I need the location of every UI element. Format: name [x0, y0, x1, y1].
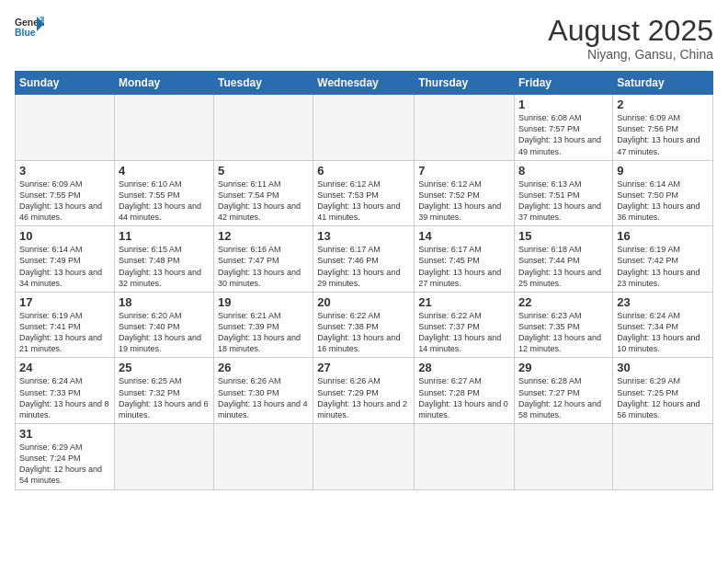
day-info: Sunrise: 6:10 AM Sunset: 7:55 PM Dayligh…: [119, 178, 210, 224]
day-info: Sunrise: 6:29 AM Sunset: 7:24 PM Dayligh…: [19, 442, 110, 487]
calendar-cell: 20Sunrise: 6:22 AM Sunset: 7:38 PM Dayli…: [313, 292, 415, 358]
calendar-cell: 14Sunrise: 6:17 AM Sunset: 7:45 PM Dayli…: [415, 226, 515, 293]
day-number: 12: [218, 229, 309, 243]
day-number: 28: [418, 361, 510, 374]
day-number: 30: [617, 361, 709, 374]
day-number: 1: [518, 98, 609, 111]
col-tuesday: Tuesday: [214, 72, 313, 95]
calendar-cell: 10Sunrise: 6:14 AM Sunset: 7:49 PM Dayli…: [16, 226, 115, 293]
day-info: Sunrise: 6:26 AM Sunset: 7:30 PM Dayligh…: [218, 375, 309, 420]
day-info: Sunrise: 6:22 AM Sunset: 7:38 PM Dayligh…: [317, 310, 410, 355]
day-number: 16: [617, 229, 709, 243]
day-info: Sunrise: 6:14 AM Sunset: 7:49 PM Dayligh…: [19, 244, 110, 289]
location: Niyang, Gansu, China: [548, 47, 713, 62]
day-info: Sunrise: 6:14 AM Sunset: 7:50 PM Dayligh…: [617, 178, 709, 224]
page: General Blue August 2025 Niyang, Gansu, …: [0, 0, 728, 563]
day-info: Sunrise: 6:22 AM Sunset: 7:37 PM Dayligh…: [418, 310, 510, 355]
svg-text:Blue: Blue: [15, 28, 36, 38]
calendar-cell: 19Sunrise: 6:21 AM Sunset: 7:39 PM Dayli…: [214, 292, 313, 358]
day-number: 20: [317, 295, 410, 309]
calendar-cell: 4Sunrise: 6:10 AM Sunset: 7:55 PM Daylig…: [114, 160, 213, 226]
calendar-cell: 30Sunrise: 6:29 AM Sunset: 7:25 PM Dayli…: [613, 358, 713, 424]
day-number: 14: [418, 229, 510, 243]
day-number: 15: [518, 229, 609, 243]
day-number: 21: [418, 295, 510, 309]
day-info: Sunrise: 6:21 AM Sunset: 7:39 PM Dayligh…: [218, 310, 309, 355]
day-number: 29: [518, 361, 609, 374]
day-info: Sunrise: 6:27 AM Sunset: 7:28 PM Dayligh…: [418, 375, 510, 420]
title-block: August 2025 Niyang, Gansu, China: [548, 15, 713, 62]
day-info: Sunrise: 6:12 AM Sunset: 7:53 PM Dayligh…: [317, 178, 410, 224]
day-number: 7: [418, 164, 510, 178]
calendar-cell: [313, 424, 415, 490]
calendar: Sunday Monday Tuesday Wednesday Thursday…: [15, 71, 713, 489]
day-number: 24: [19, 361, 110, 374]
calendar-cell: 6Sunrise: 6:12 AM Sunset: 7:53 PM Daylig…: [313, 160, 415, 226]
day-info: Sunrise: 6:29 AM Sunset: 7:25 PM Dayligh…: [617, 375, 709, 420]
calendar-header-row: Sunday Monday Tuesday Wednesday Thursday…: [16, 72, 713, 95]
month-year: August 2025: [548, 15, 713, 47]
day-info: Sunrise: 6:24 AM Sunset: 7:34 PM Dayligh…: [617, 310, 709, 355]
day-number: 13: [317, 229, 410, 243]
day-number: 11: [119, 229, 210, 243]
day-number: 5: [218, 164, 309, 178]
calendar-cell: [415, 95, 515, 161]
generalblue-logo-icon: General Blue: [15, 15, 44, 40]
day-info: Sunrise: 6:24 AM Sunset: 7:33 PM Dayligh…: [19, 375, 110, 420]
calendar-cell: 24Sunrise: 6:24 AM Sunset: 7:33 PM Dayli…: [16, 358, 115, 424]
calendar-cell: 29Sunrise: 6:28 AM Sunset: 7:27 PM Dayli…: [515, 358, 613, 424]
calendar-cell: 13Sunrise: 6:17 AM Sunset: 7:46 PM Dayli…: [313, 226, 415, 293]
calendar-cell: [214, 424, 313, 490]
day-number: 17: [19, 295, 110, 309]
day-info: Sunrise: 6:28 AM Sunset: 7:27 PM Dayligh…: [518, 375, 609, 420]
day-number: 4: [119, 164, 210, 178]
day-info: Sunrise: 6:15 AM Sunset: 7:48 PM Dayligh…: [119, 244, 210, 289]
day-number: 10: [19, 229, 110, 243]
calendar-cell: 16Sunrise: 6:19 AM Sunset: 7:42 PM Dayli…: [613, 226, 713, 293]
calendar-cell: 9Sunrise: 6:14 AM Sunset: 7:50 PM Daylig…: [613, 160, 713, 226]
day-info: Sunrise: 6:13 AM Sunset: 7:51 PM Dayligh…: [518, 178, 609, 224]
day-info: Sunrise: 6:09 AM Sunset: 7:55 PM Dayligh…: [19, 178, 110, 224]
calendar-cell: 27Sunrise: 6:26 AM Sunset: 7:29 PM Dayli…: [313, 358, 415, 424]
day-info: Sunrise: 6:19 AM Sunset: 7:41 PM Dayligh…: [19, 310, 110, 355]
col-sunday: Sunday: [16, 72, 115, 95]
calendar-cell: [114, 424, 213, 490]
calendar-cell: [415, 424, 515, 490]
calendar-cell: 3Sunrise: 6:09 AM Sunset: 7:55 PM Daylig…: [16, 160, 115, 226]
day-info: Sunrise: 6:25 AM Sunset: 7:32 PM Dayligh…: [119, 375, 210, 420]
day-info: Sunrise: 6:11 AM Sunset: 7:54 PM Dayligh…: [218, 178, 309, 224]
calendar-cell: [515, 424, 613, 490]
day-number: 9: [617, 164, 709, 178]
day-info: Sunrise: 6:23 AM Sunset: 7:35 PM Dayligh…: [518, 310, 609, 355]
day-number: 6: [317, 164, 410, 178]
day-info: Sunrise: 6:08 AM Sunset: 7:57 PM Dayligh…: [518, 112, 609, 157]
day-number: 31: [19, 427, 110, 441]
calendar-cell: 11Sunrise: 6:15 AM Sunset: 7:48 PM Dayli…: [114, 226, 213, 293]
col-friday: Friday: [515, 72, 613, 95]
calendar-cell: [114, 95, 213, 161]
calendar-cell: 22Sunrise: 6:23 AM Sunset: 7:35 PM Dayli…: [515, 292, 613, 358]
logo: General Blue: [15, 15, 44, 40]
day-number: 3: [19, 164, 110, 178]
day-info: Sunrise: 6:16 AM Sunset: 7:47 PM Dayligh…: [218, 244, 309, 289]
calendar-cell: 7Sunrise: 6:12 AM Sunset: 7:52 PM Daylig…: [415, 160, 515, 226]
col-wednesday: Wednesday: [313, 72, 415, 95]
calendar-cell: 25Sunrise: 6:25 AM Sunset: 7:32 PM Dayli…: [114, 358, 213, 424]
day-number: 26: [218, 361, 309, 374]
calendar-cell: [613, 424, 713, 490]
calendar-cell: [214, 95, 313, 161]
calendar-cell: 17Sunrise: 6:19 AM Sunset: 7:41 PM Dayli…: [16, 292, 115, 358]
day-info: Sunrise: 6:20 AM Sunset: 7:40 PM Dayligh…: [119, 310, 210, 355]
calendar-cell: 1Sunrise: 6:08 AM Sunset: 7:57 PM Daylig…: [515, 95, 613, 161]
calendar-cell: 12Sunrise: 6:16 AM Sunset: 7:47 PM Dayli…: [214, 226, 313, 293]
calendar-cell: 15Sunrise: 6:18 AM Sunset: 7:44 PM Dayli…: [515, 226, 613, 293]
calendar-cell: 18Sunrise: 6:20 AM Sunset: 7:40 PM Dayli…: [114, 292, 213, 358]
calendar-cell: 2Sunrise: 6:09 AM Sunset: 7:56 PM Daylig…: [613, 95, 713, 161]
calendar-cell: 5Sunrise: 6:11 AM Sunset: 7:54 PM Daylig…: [214, 160, 313, 226]
header: General Blue August 2025 Niyang, Gansu, …: [15, 15, 713, 62]
col-saturday: Saturday: [613, 72, 713, 95]
day-info: Sunrise: 6:17 AM Sunset: 7:46 PM Dayligh…: [317, 244, 410, 289]
calendar-cell: 21Sunrise: 6:22 AM Sunset: 7:37 PM Dayli…: [415, 292, 515, 358]
calendar-cell: [313, 95, 415, 161]
day-info: Sunrise: 6:09 AM Sunset: 7:56 PM Dayligh…: [617, 112, 709, 157]
